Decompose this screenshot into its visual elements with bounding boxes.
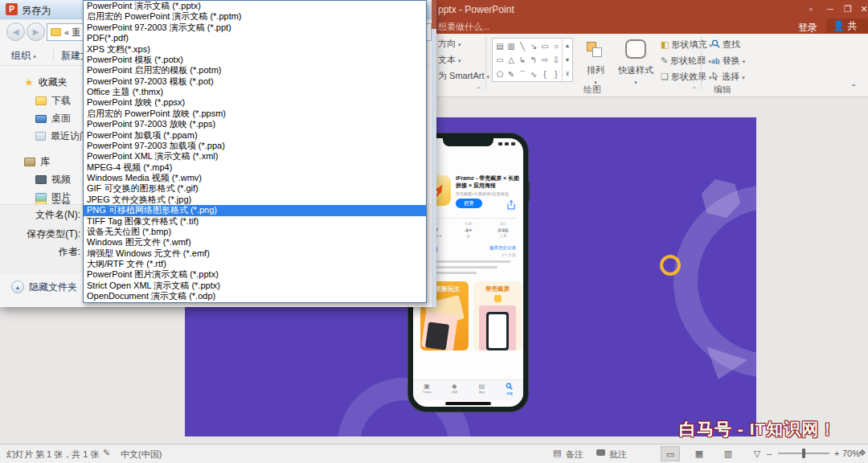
shape-icon[interactable]: ▭ [539, 39, 551, 53]
shape-icon[interactable]: ⬠ [494, 68, 506, 81]
filetype-option[interactable]: PowerPoint 模板 (*.potx) [84, 55, 426, 65]
filetype-option[interactable]: XPS 文档(*.xps) [84, 44, 426, 55]
arrange-button[interactable]: 排列▾ [579, 64, 612, 86]
filetype-option[interactable]: 大纲/RTF 文件 (*.rtf) [84, 259, 426, 269]
shape-outline-button[interactable]: ✎ 形状轮廓 ▾ [661, 55, 711, 67]
sidebar-item-downloads[interactable]: 下载 [35, 94, 71, 108]
tab-apps[interactable]: ▤ App [469, 380, 496, 400]
share-icon[interactable] [507, 199, 515, 213]
filetype-option[interactable]: PowerPoint 图片演示文稿 (*.pptx) [84, 269, 426, 280]
collapse-ribbon-icon[interactable]: ⌃ [850, 83, 857, 92]
back-button[interactable]: ◀ [6, 23, 25, 41]
sidebar-group-favorites[interactable]: ★收藏夹 [24, 76, 68, 89]
minimize-button[interactable]: ─ [823, 2, 837, 15]
scroll-down-icon[interactable]: ▼ [563, 53, 572, 68]
organize-menu[interactable]: 组织 ▾ [11, 49, 36, 63]
slideshow-button[interactable]: ▽ [747, 446, 767, 461]
collapse-arrow-icon[interactable]: ▲ [11, 281, 24, 293]
ribbon-paragraph-button[interactable]: 为 SmartArt ▾ [438, 70, 489, 86]
shape-icon[interactable]: { [539, 68, 551, 81]
filetype-option[interactable]: Strict Open XML 演示文稿 (*.pptx) [84, 281, 426, 291]
filetype-option[interactable]: PowerPoint 演示文稿 (*.pptx) [84, 1, 426, 11]
shape-icon[interactable]: ╲ [517, 39, 528, 53]
filetype-option[interactable]: OpenDocument 演示文稿 (*.odp) [84, 291, 426, 301]
shape-icon[interactable]: ⇨ [539, 53, 551, 67]
shapes-gallery[interactable]: ▤ ▥ ╲ ↘ ▭ ○ ▭ △ ↳ ↰ ⇨ ⇩ [492, 38, 573, 82]
ribbon-display-options-icon[interactable]: ▫ [804, 2, 818, 15]
comments-button[interactable]: 批注 [609, 449, 627, 461]
shape-icon[interactable]: ✎ [506, 68, 517, 81]
zoom-out-button[interactable]: – [767, 449, 772, 458]
shape-icon[interactable]: ⌒ [517, 68, 528, 81]
notes-button[interactable]: 备注 [566, 449, 583, 461]
restore-button[interactable]: ❐ [841, 2, 855, 15]
filetype-option[interactable]: PowerPoint XML 演示文稿 (*.xml) [84, 151, 426, 162]
shape-icon[interactable]: ○ [551, 39, 562, 53]
shape-fill-button[interactable]: ◧ 形状填充 ▾ [661, 39, 712, 51]
find-button[interactable]: 查找 [711, 39, 740, 51]
tab-games[interactable]: ◆ 游戏 [440, 380, 468, 400]
hide-folders-button[interactable]: 隐藏文件夹 [29, 281, 77, 294]
gallery-more-icon[interactable]: ⊻ [563, 67, 572, 81]
filetype-option[interactable]: PowerPoint 97-2003 加载项 (*.ppa) [84, 141, 426, 151]
sidebar-group-libraries[interactable]: 库 [24, 155, 50, 169]
shape-icon[interactable]: ⇩ [551, 53, 562, 67]
sidebar-item-desktop[interactable]: 桌面 [35, 112, 71, 125]
tab-search[interactable]: 搜索 [496, 380, 523, 400]
shape-effects-button[interactable]: ❏ 形状效果 ▾ [661, 71, 712, 83]
shape-icon[interactable]: ↳ [517, 53, 528, 67]
filetype-option[interactable]: Office 主题 (*.thmx) [84, 87, 426, 97]
shape-icon[interactable]: ▭ [494, 53, 506, 67]
filetype-option[interactable]: 启用宏的 PowerPoint 放映 (*.ppsm) [84, 109, 426, 119]
shapes-gallery-scroll[interactable]: ▲ ▼ ⊻ [562, 39, 572, 81]
filetype-option[interactable]: MPEG-4 视频 (*.mp4) [84, 162, 426, 173]
filetype-option[interactable]: PDF(*.pdf) [84, 33, 426, 43]
filetype-option[interactable]: PowerPoint 放映 (*.ppsx) [84, 97, 426, 108]
shape-icon[interactable]: ↰ [528, 53, 539, 67]
tab-today[interactable]: ▣ Today [413, 380, 440, 400]
shape-icon[interactable]: ↘ [528, 39, 539, 53]
filetype-option[interactable]: PowerPoint 加载项 (*.ppam) [84, 130, 426, 141]
close-button[interactable]: ✕ [857, 2, 868, 15]
version-history-link[interactable]: 版本历史记录 [489, 245, 516, 251]
slide-sorter-view-button[interactable]: ▦ [690, 446, 709, 461]
tell-me-box[interactable]: 想要做什么... [438, 21, 489, 33]
zoom-slider-thumb[interactable] [802, 449, 805, 458]
filetype-option[interactable]: PNG 可移植网络图形格式 (*.png) [84, 205, 426, 215]
zoom-in-button[interactable]: + [834, 449, 839, 458]
language-indicator[interactable]: 中文(中国) [121, 449, 162, 461]
sign-in-link[interactable]: 登录 [798, 21, 817, 35]
filetype-option[interactable]: PowerPoint 97-2003 模板 (*.pot) [84, 76, 426, 87]
drawing-dialog-launcher-icon[interactable]: ⌐ [691, 84, 695, 92]
sidebar-item-videos[interactable]: 视频 [35, 173, 71, 186]
shape-icon[interactable]: ▥ [506, 39, 517, 53]
select-button[interactable]: 选择 ▾ [711, 71, 745, 83]
filetype-option[interactable]: PowerPoint 启用宏的模板 (*.potm) [84, 65, 426, 76]
paragraph-dialog-launcher-icon[interactable]: ⌐ [476, 84, 480, 92]
shape-icon[interactable]: △ [506, 53, 517, 67]
filetype-option[interactable]: 启用宏的 PowerPoint 演示文稿 (*.pptm) [84, 11, 426, 22]
filetype-option[interactable]: Windows 图元文件 (*.wmf) [84, 237, 426, 248]
filetype-option[interactable]: Windows Media 视频 (*.wmv) [84, 173, 426, 183]
shape-icon[interactable]: } [551, 68, 562, 81]
filetype-option[interactable]: TIFF Tag 图像文件格式 (*.tif) [84, 216, 426, 227]
ribbon-paragraph-button[interactable]: 文本 ▾ [438, 54, 489, 70]
filetype-option[interactable]: 增强型 Windows 元文件 (*.emf) [84, 248, 426, 259]
open-button[interactable]: 打开 [456, 199, 482, 208]
zoom-level[interactable]: 70% [842, 449, 860, 458]
filetype-option[interactable]: PowerPoint 97-2003 演示文稿 (*.ppt) [84, 23, 426, 33]
spellcheck-icon[interactable]: ✎ [103, 448, 110, 458]
filetype-option[interactable]: 设备无关位图 (*.bmp) [84, 227, 426, 237]
shape-icon[interactable]: ∿ [528, 68, 539, 81]
filetype-option[interactable]: PowerPoint 97-2003 放映 (*.pps) [84, 119, 426, 129]
replace-button[interactable]: ab̲ 替换 ▾ [711, 55, 745, 67]
filetype-option[interactable]: JPEG 文件交换格式 (*.jpg) [84, 195, 426, 205]
normal-view-button[interactable]: ▭ [661, 446, 680, 461]
fit-to-window-icon[interactable]: ❖ [858, 448, 866, 458]
reading-view-button[interactable]: ▥ [719, 446, 738, 461]
share-button[interactable]: 👤 共享 [826, 18, 868, 33]
scroll-up-icon[interactable]: ▲ [563, 39, 572, 53]
ribbon-paragraph-button[interactable]: 方向 ▾ [438, 38, 489, 54]
shape-icon[interactable]: ▤ [494, 39, 506, 53]
forward-button[interactable]: ▶ [27, 23, 45, 41]
